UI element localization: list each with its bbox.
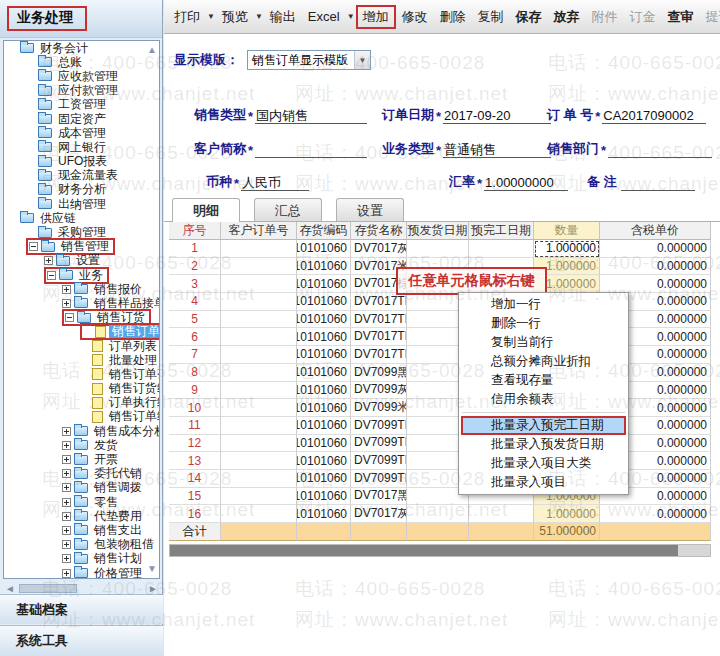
expand-icon[interactable] [62, 512, 71, 521]
table-row[interactable]: 710101060DV7017TP棕1.0000000.000000 [169, 346, 711, 364]
sidebar-item-零售[interactable]: 零售 [4, 495, 159, 509]
expand-icon[interactable] [62, 469, 71, 478]
row-no-cell[interactable]: 6 [169, 328, 221, 346]
inventory-name-cell[interactable]: DV7099米色 [351, 399, 407, 417]
menu-item-批量录入项目[interactable]: 批量录入项目 [459, 473, 628, 492]
menu-item-查看现存量[interactable]: 查看现存量 [459, 371, 628, 390]
table-row[interactable]: 1510101060DV7017黑色1.0000000.000000 [169, 488, 711, 506]
table-row[interactable]: 410101060DV7017TP黑1.0000000.000000 [169, 293, 711, 311]
expand-icon[interactable] [62, 540, 71, 549]
inventory-name-cell[interactable]: DV7099黑色 [351, 364, 407, 382]
toolbar-button-打印[interactable]: 打印 [168, 5, 206, 29]
sidebar-item-销售管理[interactable]: 销售管理 [4, 240, 159, 254]
exchange-rate-input[interactable]: 1.00000000 [484, 174, 568, 191]
inventory-code-cell[interactable]: 10101060 [297, 328, 351, 346]
toolbar-button-输出[interactable]: 输出 [264, 5, 302, 29]
inventory-code-cell[interactable]: 10101060 [297, 240, 351, 258]
sidebar-item-应收款管理[interactable]: 应收款管理 [4, 69, 159, 83]
toolbar-button-附件[interactable]: 附件 [586, 5, 624, 29]
order-no-input[interactable]: CA2017090002 [602, 107, 706, 124]
inventory-name-cell[interactable]: DV7017TP棕 [351, 346, 407, 364]
inventory-code-cell[interactable]: 10101060 [297, 452, 351, 470]
menu-item-批量录入预发货日期[interactable]: 批量录入预发货日期 [459, 435, 628, 454]
chevron-down-icon[interactable]: ▼ [207, 12, 215, 21]
tax-price-cell[interactable]: 0.000000 [600, 505, 711, 523]
customer-order-cell[interactable] [221, 382, 297, 400]
tree-hscrollbar[interactable]: ◄ ► [3, 581, 160, 595]
inventory-name-cell[interactable]: DV7017黑色 [351, 488, 407, 506]
tab-设置[interactable]: 设置 [336, 198, 404, 222]
inventory-code-cell[interactable]: 10101060 [297, 293, 351, 311]
quantity-cell[interactable]: 1.000000 [534, 240, 600, 258]
inventory-name-cell[interactable]: DV7099TP灰 [351, 435, 407, 453]
customer-order-cell[interactable] [221, 328, 297, 346]
expand-icon[interactable] [44, 256, 53, 265]
customer-order-cell[interactable] [221, 258, 297, 276]
row-no-cell[interactable]: 15 [169, 488, 221, 506]
customer-order-cell[interactable] [221, 399, 297, 417]
expand-icon[interactable] [62, 498, 71, 507]
sidebar-item-销售计划[interactable]: 销售计划 [4, 552, 159, 566]
pre-ship-date-cell[interactable] [407, 240, 469, 258]
pre-finish-date-cell[interactable] [469, 240, 534, 258]
row-no-cell[interactable]: 1 [169, 240, 221, 258]
inventory-code-cell[interactable]: 10101060 [297, 311, 351, 329]
column-header-含税单价[interactable]: 含税单价 [600, 222, 711, 240]
menu-item-复制当前行[interactable]: 复制当前行 [459, 333, 628, 352]
display-template-select[interactable]: 销售订单显示模版 ▼ [247, 50, 371, 70]
menu-item-增加一行[interactable]: 增加一行 [459, 295, 628, 314]
tax-price-cell[interactable]: 0.000000 [600, 275, 711, 293]
table-row[interactable]: 1110101060DV7099TP黑1.0000000.000000 [169, 417, 711, 435]
panel-system-tools[interactable]: 系统工具 [0, 625, 163, 656]
customer-order-cell[interactable] [221, 435, 297, 453]
sidebar-item-销售调拨[interactable]: 销售调拨 [4, 481, 159, 495]
collapse-icon[interactable] [29, 242, 38, 251]
tab-明细[interactable]: 明细 [172, 198, 240, 222]
chevron-down-icon[interactable]: ▼ [255, 12, 263, 21]
sidebar-item-订单列表[interactable]: 订单列表 [4, 339, 159, 353]
row-no-cell[interactable]: 14 [169, 470, 221, 488]
sidebar-item-委托代销[interactable]: 委托代销 [4, 467, 159, 481]
inventory-code-cell[interactable]: 10101060 [297, 417, 351, 435]
inventory-code-cell[interactable]: 10101060 [297, 470, 351, 488]
inventory-code-cell[interactable]: 10101060 [297, 505, 351, 523]
column-header-存货名称[interactable]: 存货名称 [351, 222, 407, 240]
expand-icon[interactable] [62, 483, 71, 492]
inventory-name-cell[interactable]: DV7099TP棕 [351, 470, 407, 488]
collapse-icon[interactable] [65, 313, 74, 322]
sidebar-item-批量处理[interactable]: 批量处理 [4, 353, 159, 367]
inventory-name-cell[interactable]: DV7017TP灰 [351, 311, 407, 329]
tax-price-cell[interactable]: 0.000000 [600, 258, 711, 276]
table-hscrollbar[interactable] [169, 544, 711, 557]
sidebar-item-开票[interactable]: 开票 [4, 452, 159, 466]
toolbar-button-增加[interactable]: 增加 [356, 5, 396, 29]
row-no-cell[interactable]: 12 [169, 435, 221, 453]
customer-order-cell[interactable] [221, 470, 297, 488]
sidebar-item-现金流量表[interactable]: 现金流量表 [4, 169, 159, 183]
row-no-cell[interactable]: 3 [169, 275, 221, 293]
sidebar-item-财务分析[interactable]: 财务分析 [4, 183, 159, 197]
inventory-code-cell[interactable]: 10101060 [297, 275, 351, 293]
column-header-存货编码[interactable]: 存货编码 [297, 222, 351, 240]
hscroll-thumb[interactable] [170, 545, 678, 556]
customer-order-cell[interactable] [221, 311, 297, 329]
chevron-down-icon[interactable]: ▼ [354, 51, 370, 69]
customer-order-cell[interactable] [221, 505, 297, 523]
sidebar-item-价格管理[interactable]: 价格管理 [4, 566, 159, 579]
row-no-cell[interactable]: 4 [169, 293, 221, 311]
sidebar-item-业务[interactable]: 业务 [4, 268, 159, 282]
remark-input[interactable] [621, 174, 695, 191]
expand-icon[interactable] [62, 285, 71, 294]
inventory-code-cell[interactable]: 10101060 [297, 435, 351, 453]
inventory-code-cell[interactable]: 10101060 [297, 258, 351, 276]
row-no-cell[interactable]: 9 [169, 382, 221, 400]
pre-finish-date-cell[interactable] [469, 505, 534, 523]
table-row[interactable]: 910101060DV7099灰色1.0000000.000000 [169, 382, 711, 400]
customer-order-cell[interactable] [221, 240, 297, 258]
inventory-code-cell[interactable]: 10101060 [297, 346, 351, 364]
row-no-cell[interactable]: 16 [169, 505, 221, 523]
toolbar-button-放弃[interactable]: 放弃 [548, 5, 586, 29]
table-row[interactable]: 1010101060DV7099米色1.0000000.000000 [169, 399, 711, 417]
sidebar-item-销售报价[interactable]: 销售报价 [4, 282, 159, 296]
tab-汇总[interactable]: 汇总 [254, 198, 322, 222]
